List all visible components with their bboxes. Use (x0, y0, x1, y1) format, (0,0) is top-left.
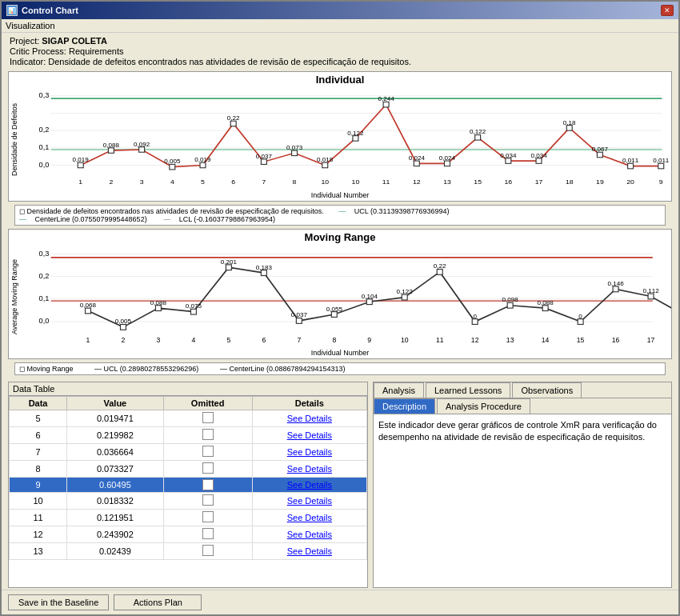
cell-data: 13 (10, 543, 67, 560)
svg-text:6: 6 (231, 178, 235, 186)
svg-text:0,3: 0,3 (39, 91, 50, 99)
menu-bar: Visualization (2, 19, 678, 33)
svg-text:0,0: 0,0 (39, 161, 50, 169)
svg-rect-21 (383, 102, 389, 107)
critic-process: Critic Process: Requirements (10, 46, 670, 56)
svg-text:0,005: 0,005 (115, 318, 132, 325)
moving-range-chart: Moving Range Average Moving Range 0,3 0,… (8, 229, 672, 359)
visualization-menu[interactable]: Visualization (6, 21, 55, 30)
svg-text:0,024: 0,024 (409, 154, 426, 162)
svg-rect-15 (200, 162, 206, 168)
table-row[interactable]: 70.036664See Details (10, 444, 367, 461)
table-scroll-container: Data Value Omitted Details 50.019471See … (9, 396, 367, 587)
actions-plan-button[interactable]: Actions Plan (114, 594, 202, 610)
cell-omitted[interactable] (163, 427, 252, 444)
svg-rect-28 (597, 152, 602, 158)
svg-text:2: 2 (122, 336, 126, 344)
cell-value: 0.019471 (67, 410, 164, 427)
svg-rect-13 (139, 147, 145, 153)
cell-value: 0.243902 (67, 526, 164, 543)
omit-checkbox-empty[interactable] (202, 494, 214, 506)
svg-rect-85 (226, 265, 231, 270)
cell-details: See Details (252, 510, 366, 526)
svg-text:0,0: 0,0 (39, 317, 50, 325)
svg-text:12: 12 (413, 178, 421, 186)
cell-details: See Details (252, 478, 366, 493)
see-details-link[interactable]: See Details (287, 530, 332, 539)
table-row[interactable]: 100.018332See Details (10, 493, 367, 510)
close-button[interactable]: ✕ (661, 5, 674, 16)
see-details-link[interactable]: See Details (287, 513, 332, 522)
tab-observations[interactable]: Observations (512, 382, 582, 398)
cell-details: See Details (252, 410, 366, 427)
cell-omitted[interactable] (163, 410, 252, 427)
tab-learned-lessons[interactable]: Learned Lessons (426, 382, 510, 398)
description-text: Este indicador deve gerar gráficos de co… (378, 419, 666, 444)
sub-tab-description[interactable]: Description (374, 398, 435, 414)
svg-text:13: 13 (506, 336, 514, 344)
table-row[interactable]: 120.243902See Details (10, 526, 367, 543)
svg-text:16: 16 (612, 336, 620, 344)
cell-omitted[interactable] (163, 461, 252, 478)
tab-analysis[interactable]: Analysis (374, 382, 424, 398)
svg-text:4: 4 (170, 178, 174, 186)
omit-checkbox-empty[interactable] (202, 429, 214, 440)
charts-area: Individual Densidade de Defeitos 0,3 0,2 (2, 70, 678, 380)
svg-text:11: 11 (436, 336, 444, 344)
svg-rect-84 (190, 309, 196, 314)
omit-checkbox-empty[interactable] (202, 412, 214, 423)
cell-omitted[interactable] (163, 526, 252, 543)
cell-value: 0.018332 (67, 493, 164, 510)
omit-checkbox-empty[interactable] (202, 511, 214, 522)
cell-omitted[interactable] (163, 493, 252, 510)
bottom-buttons: Save in the Baseline Actions Plan (2, 590, 678, 614)
svg-text:0,088: 0,088 (103, 142, 120, 149)
table-row[interactable]: 50.019471See Details (10, 410, 367, 427)
sub-tab-analysis-procedure[interactable]: Analysis Procedure (437, 398, 530, 414)
svg-text:0,067: 0,067 (592, 146, 608, 153)
svg-rect-93 (507, 302, 513, 308)
save-baseline-button[interactable]: Save in the Baseline (8, 594, 109, 610)
see-details-link[interactable]: See Details (287, 546, 332, 556)
see-details-link[interactable]: See Details (287, 447, 332, 457)
svg-rect-20 (353, 136, 358, 141)
table-row[interactable]: 110.121951See Details (10, 510, 367, 526)
svg-text:12: 12 (471, 336, 479, 344)
cell-omitted[interactable] (163, 510, 252, 526)
omit-checkbox-checked[interactable]: ✕ (202, 479, 214, 490)
cell-data: 7 (10, 444, 67, 461)
omit-checkbox-empty[interactable] (202, 446, 214, 457)
omit-checkbox-empty[interactable] (202, 528, 214, 539)
col-value: Value (67, 397, 164, 410)
omit-checkbox-empty[interactable] (202, 462, 214, 474)
description-content: Este indicador deve gerar gráficos de co… (374, 414, 671, 587)
svg-text:7: 7 (297, 336, 301, 344)
svg-text:0,088: 0,088 (537, 299, 554, 306)
omit-checkbox-empty[interactable] (202, 545, 214, 556)
svg-text:14: 14 (542, 336, 550, 344)
see-details-link[interactable]: See Details (287, 464, 332, 474)
cell-omitted[interactable] (163, 543, 252, 560)
svg-text:15: 15 (474, 178, 482, 186)
cell-value: 0.60495 (67, 478, 164, 493)
table-row[interactable]: 80.073327See Details (10, 461, 367, 478)
cell-details: See Details (252, 461, 366, 478)
table-row[interactable]: 90.60495✕See Details (10, 478, 367, 493)
table-row[interactable]: 60.219982See Details (10, 427, 367, 444)
svg-text:0,146: 0,146 (607, 280, 624, 287)
svg-rect-12 (108, 148, 114, 154)
see-details-link[interactable]: See Details (287, 496, 332, 506)
cell-omitted[interactable]: ✕ (163, 478, 252, 493)
svg-text:0,088: 0,088 (150, 299, 167, 306)
table-scroll[interactable]: Data Value Omitted Details 50.019471See … (9, 396, 367, 587)
see-details-link[interactable]: See Details (287, 414, 332, 423)
cell-omitted[interactable] (163, 444, 252, 461)
svg-text:0,068: 0,068 (80, 302, 97, 309)
svg-text:0,073: 0,073 (286, 144, 303, 151)
see-details-link[interactable]: See Details (287, 480, 332, 490)
main-window: 📊 Control Chart ✕ Visualization Project:… (0, 0, 680, 616)
table-row[interactable]: 130.02439See Details (10, 543, 367, 560)
see-details-link[interactable]: See Details (287, 430, 332, 440)
moving-range-svg: 0,3 0,2 0,1 0,0 (23, 245, 671, 349)
svg-text:0,092: 0,092 (134, 141, 150, 148)
